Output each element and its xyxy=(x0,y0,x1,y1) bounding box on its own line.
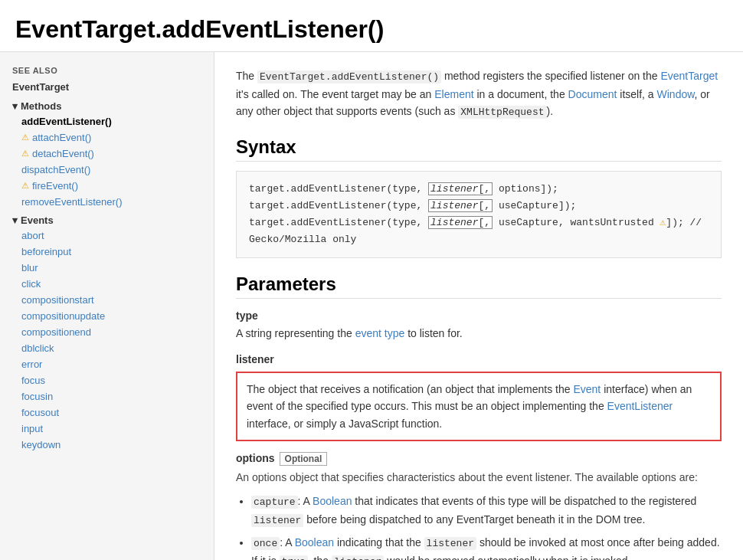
warn-icon: ⚠ xyxy=(21,149,29,159)
sidebar-method-item[interactable]: ⚠fireEvent() xyxy=(0,178,214,194)
sidebar-event-label: error xyxy=(21,359,42,370)
parameters-heading: Parameters xyxy=(236,273,722,299)
sidebar-event-label: compositionend xyxy=(21,326,91,338)
intro-link-eventtarget[interactable]: EventTarget xyxy=(660,70,718,82)
param-type-desc: A string representing the event type to … xyxy=(236,325,722,342)
see-also-label: SEE ALSO xyxy=(0,61,214,78)
sidebar-event-item[interactable]: compositionend xyxy=(0,324,214,340)
sidebar-event-item[interactable]: compositionstart xyxy=(0,292,214,308)
options-optional-badge: Optional xyxy=(280,452,328,466)
sidebar-event-item[interactable]: blur xyxy=(0,260,214,276)
intro-link-window[interactable]: Window xyxy=(657,88,695,100)
sidebar-method-item[interactable]: ⚠detachEvent() xyxy=(0,146,214,162)
sidebar-method-label: removeEventListener() xyxy=(21,196,123,208)
sidebar-method-item[interactable]: ⚠attachEvent() xyxy=(0,129,214,146)
sidebar-method-label: addEventListener() xyxy=(21,116,112,127)
sidebar-event-item[interactable]: dblclick xyxy=(0,340,214,356)
sidebar-method-item[interactable]: dispatchEvent() xyxy=(0,162,214,178)
param-type-name: type xyxy=(236,309,722,322)
sidebar: SEE ALSO EventTarget ▾ Methods addEventL… xyxy=(0,52,214,560)
sidebar-event-label: click xyxy=(21,278,41,290)
sidebar-method-item[interactable]: removeEventListener() xyxy=(0,194,214,210)
options-desc: An options object that specifies charact… xyxy=(236,469,722,486)
sidebar-event-item[interactable]: compositionupdate xyxy=(0,308,214,324)
code-line-3: target.addEventListener(type, listener[,… xyxy=(249,215,709,248)
event-interface-link[interactable]: Event xyxy=(573,383,601,395)
param-listener-name: listener xyxy=(236,353,722,365)
sidebar-event-label: dblclick xyxy=(21,342,54,354)
sidebar-event-label: focus xyxy=(21,375,45,386)
eventlistener-link[interactable]: EventListener xyxy=(607,400,673,412)
syntax-heading: Syntax xyxy=(236,136,722,162)
sidebar-event-label: blur xyxy=(21,262,38,273)
sidebar-event-item[interactable]: keydown xyxy=(0,437,214,453)
main-content: The EventTarget.addEventListener() metho… xyxy=(214,52,743,560)
warn-icon: ⚠ xyxy=(21,133,29,142)
methods-section-header[interactable]: ▾ Methods xyxy=(0,96,214,113)
sidebar-event-item[interactable]: beforeinput xyxy=(0,244,214,260)
code-line-2: target.addEventListener(type, listener[,… xyxy=(249,198,709,215)
capture-boolean-link[interactable]: Boolean xyxy=(313,495,352,507)
sidebar-event-item[interactable]: focusout xyxy=(0,404,214,421)
bullet-once: once: A Boolean indicating that the list… xyxy=(251,534,722,560)
sidebar-event-label: focusout xyxy=(21,407,59,418)
sidebar-event-item[interactable]: error xyxy=(0,356,214,372)
sidebar-event-label: compositionstart xyxy=(21,294,94,306)
sidebar-event-label: compositionupdate xyxy=(21,310,105,322)
event-type-link[interactable]: event type xyxy=(355,327,405,339)
sidebar-event-label: keydown xyxy=(21,439,61,450)
once-boolean-link[interactable]: Boolean xyxy=(295,536,334,549)
sidebar-event-label: beforeinput xyxy=(21,246,71,257)
sidebar-event-item[interactable]: input xyxy=(0,421,214,437)
triangle-icon: ▾ xyxy=(12,215,18,226)
sidebar-method-item[interactable]: addEventListener() xyxy=(0,113,214,129)
intro-link-document[interactable]: Document xyxy=(568,88,617,100)
sidebar-event-label: abort xyxy=(21,230,44,241)
events-section-header[interactable]: ▾ Events xyxy=(0,210,214,228)
sidebar-method-label: dispatchEvent() xyxy=(21,164,90,175)
intro-link-element[interactable]: Element xyxy=(434,88,473,100)
param-options-name: optionsOptional xyxy=(236,452,722,466)
warn-icon: ⚠ xyxy=(21,181,29,191)
code-line-1: target.addEventListener(type, listener[,… xyxy=(249,181,709,198)
sidebar-event-label: focusin xyxy=(21,391,53,402)
sidebar-event-item[interactable]: focusin xyxy=(0,388,214,404)
options-bullets: capture: A Boolean that indicates that e… xyxy=(251,493,722,560)
sidebar-method-label: fireEvent() xyxy=(32,180,78,192)
intro-code1: EventTarget.addEventListener() xyxy=(257,70,441,84)
sidebar-event-label: input xyxy=(21,423,43,434)
sidebar-method-label: detachEvent() xyxy=(32,148,94,159)
syntax-code-block: target.addEventListener(type, listener[,… xyxy=(236,171,722,258)
intro-paragraph: The EventTarget.addEventListener() metho… xyxy=(236,67,722,121)
sidebar-group-title: EventTarget xyxy=(0,78,214,96)
sidebar-event-item[interactable]: abort xyxy=(0,228,214,244)
page-title: EventTarget.addEventListener() xyxy=(0,0,743,52)
intro-code2: XMLHttpRequest xyxy=(458,106,546,119)
bullet-capture: capture: A Boolean that indicates that e… xyxy=(251,493,722,529)
sidebar-event-item[interactable]: click xyxy=(0,276,214,292)
triangle-icon: ▾ xyxy=(12,100,18,112)
sidebar-method-label: attachEvent() xyxy=(32,132,91,143)
listener-description-box: The object that receives a notification … xyxy=(236,372,722,441)
sidebar-event-item[interactable]: focus xyxy=(0,372,214,388)
